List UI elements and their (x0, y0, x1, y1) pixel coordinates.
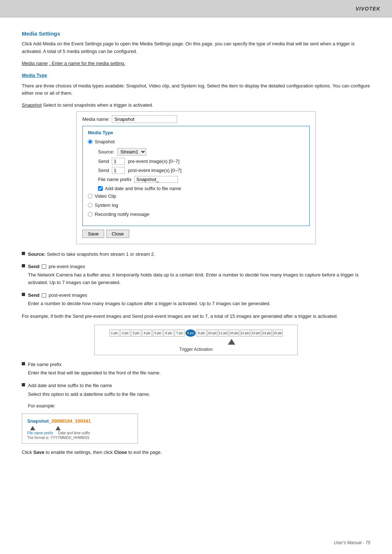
media-type-title: Media Type (88, 130, 304, 135)
button-row: Save Close (82, 230, 310, 238)
example-date-label: Date and time suffix (58, 431, 90, 435)
arrow-container (157, 339, 235, 345)
send2-input[interactable] (112, 167, 125, 174)
pic-8-active: 8 pic (185, 329, 196, 337)
media-name-label: Media name (22, 61, 48, 66)
bullet-icon-file-prefix (22, 362, 25, 365)
config-panel: Media name: Media Type Snapshot Source: (76, 111, 316, 244)
trigger-arrow (228, 339, 235, 345)
send1-label: Send (98, 159, 109, 164)
save-button[interactable]: Save (82, 230, 104, 238)
close-button[interactable]: Close (106, 230, 129, 238)
pic-6: 6 pic (164, 329, 174, 337)
pic-2: 2 pic (120, 329, 130, 337)
bullet-pre-event: Send pre-event images The Network Camera… (22, 263, 370, 287)
recording-radio[interactable] (88, 212, 93, 217)
page-container: VIVOTEK Media Settings Click Add Media o… (0, 0, 392, 554)
recording-label: Recording notify message (95, 212, 149, 217)
send2-desc: post-event image(s) [0~7] (128, 168, 181, 173)
recording-radio-row: Recording notify message (88, 212, 304, 217)
pic-15: 14 pic (262, 329, 272, 337)
file-prefix-subtext: Enter the text that will be appended to … (28, 369, 370, 377)
example-arrows-row (30, 426, 132, 430)
source-row: Source: Stream1 Stream2 (98, 148, 304, 156)
snapshot-radio-row: Snapshot (88, 139, 304, 144)
pic-12: 10 pic (229, 329, 239, 337)
system-log-radio[interactable] (88, 203, 93, 208)
pic-7: 7 pic (175, 329, 185, 337)
snapshot-radio-label: Snapshot (95, 139, 115, 144)
example-diagram: Snapshot_20080104_100341 File name prefi… (22, 414, 138, 444)
bullet-pre-item: Send pre-event images (22, 263, 370, 270)
add-datetime-checkbox[interactable] (98, 186, 103, 191)
send-post-checkbox-icon (42, 293, 46, 297)
arrow-up-shape (228, 339, 235, 345)
bullet-source-item: Source: Select to take snapshots from st… (22, 251, 370, 258)
send2-label: Send (98, 168, 109, 173)
example-format-text: The format is: YYYYMMDD_HHMMSS (27, 436, 132, 440)
header: VIVOTEK (0, 0, 392, 17)
bullet-icon (22, 252, 25, 255)
send1-desc: pre-event image(s) [0~7] (128, 159, 179, 164)
bullet-post-event: Send post-event images Enter a number to… (22, 292, 370, 308)
snapshot-options: Source: Stream1 Stream2 Send pre-event i… (98, 148, 304, 183)
media-type-link[interactable]: Media Type (22, 73, 47, 78)
pic-16: 15 pic (273, 329, 283, 337)
bullet-file-prefix: File name prefix Enter the text that wil… (22, 361, 370, 377)
trigger-activation-label: Trigger Activation (179, 347, 213, 352)
brand-logo: VIVOTEK (356, 6, 380, 12)
send1-input[interactable] (112, 158, 125, 165)
file-prefix-label: File name prefix (98, 177, 131, 182)
example-filename-prefix: Snapshot_ (27, 418, 51, 424)
arrow-date (56, 426, 61, 430)
video-clip-radio-row: Video Clip (88, 193, 304, 199)
source-label: Source: (98, 149, 114, 155)
footer-page-number: User's Manual - 75 (334, 540, 370, 545)
pic-13: 12 pic (240, 329, 250, 337)
bullet-source: Source: Select to take snapshots from st… (22, 251, 370, 258)
section-title: Media Settings (22, 30, 370, 37)
pic-11: 11 pic (218, 329, 228, 337)
file-prefix-row: File name prefix (98, 176, 304, 183)
source-select[interactable]: Stream1 Stream2 (117, 148, 146, 156)
file-prefix-input[interactable] (134, 176, 178, 183)
bullet-pre-text: Send pre-event images (28, 263, 370, 270)
video-clip-label: Video Clip (95, 193, 116, 199)
add-date-example-label: For example: (28, 402, 370, 410)
system-log-label: System log (95, 202, 118, 208)
media-type-desc: There are three choices of media types a… (22, 82, 370, 98)
add-datetime-row: Add date and time suffix to file name (98, 186, 304, 191)
bullet-file-prefix-item: File name prefix (22, 361, 370, 368)
bullet-add-date: Add date and time suffix to the file nam… (22, 382, 370, 444)
pic-4: 4 pic (142, 329, 152, 337)
snapshot-radio[interactable] (88, 139, 93, 144)
bullet-icon-pre (22, 264, 25, 267)
bullet-add-date-item: Add date and time suffix to the file nam… (22, 382, 370, 389)
snapshot-label: Snapshot Select to send snapshots when a… (22, 102, 370, 108)
main-content: Media Settings Click Add Media on the Ev… (0, 17, 392, 478)
media-name-text: Media name : Enter a name for the media … (22, 61, 370, 66)
media-name-desc: : Enter a name for the media setting. (49, 61, 125, 66)
post-event-subtext: Enter a number to decide how many images… (28, 300, 370, 308)
bullet-icon-add-date (22, 383, 25, 386)
send-pre-row: Send pre-event image(s) [0~7] (98, 158, 304, 165)
intro-text: Click Add Media on the Event Settings pa… (22, 40, 370, 56)
media-name-row: Media name: (82, 115, 310, 123)
media-name-input[interactable] (112, 115, 177, 123)
send-pre-checkbox-icon (42, 264, 46, 269)
system-log-radio-row: System log (88, 202, 304, 208)
snapshot-desc: Select to send snapshots when a trigger … (43, 102, 154, 108)
pic-3: 3 pic (131, 329, 141, 337)
arrow-prefix (30, 426, 35, 430)
video-clip-radio[interactable] (88, 194, 93, 198)
bottom-instruction: Click Save to enable the settings, then … (22, 449, 370, 456)
pic-row: 1 pic 2 pic 3 pic 4 pic 5 pic 6 pic 7 pi… (109, 329, 283, 337)
bullet-icon-post (22, 293, 25, 296)
bullet-post-item: Send post-event images (22, 292, 370, 299)
pic-1: 1 pic (109, 329, 119, 337)
media-type-section: Media Type Snapshot Source: Stream1 Stre… (82, 126, 310, 226)
trigger-diagram: 1 pic 2 pic 3 pic 4 pic 5 pic 6 pic 7 pi… (94, 325, 298, 355)
pre-event-subtext: The Network Camera has a buffer area; it… (28, 271, 370, 287)
example-labels-row: File name prefix Date and time suffix (27, 431, 132, 435)
add-datetime-label: Add date and time suffix to file name (105, 186, 181, 191)
